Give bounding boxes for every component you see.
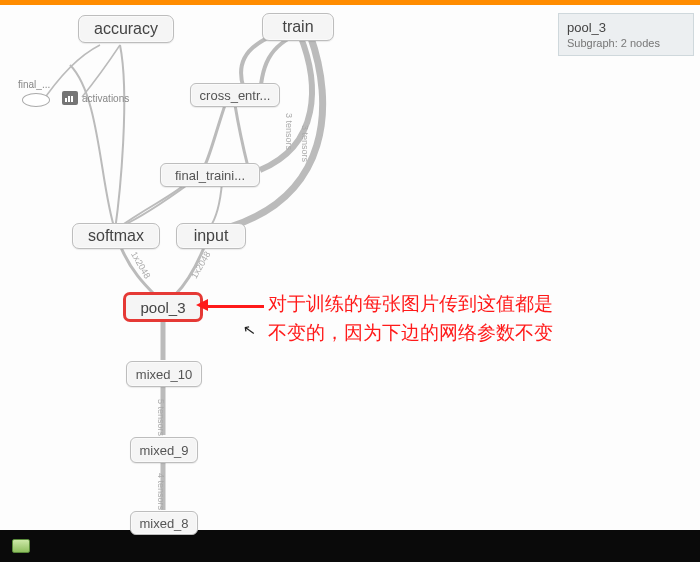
- node-pool-3[interactable]: pool_3: [124, 293, 202, 321]
- node-mixed-8[interactable]: mixed_8: [130, 511, 198, 535]
- graph-edges: [0, 5, 700, 530]
- node-label: mixed_9: [139, 443, 188, 458]
- edge-label: 4 tensors: [156, 473, 166, 510]
- node-label: train: [282, 18, 313, 36]
- activations-sink[interactable]: activations: [62, 91, 129, 105]
- annotation-line-2: 不变的，因为下边的网络参数不变: [268, 319, 688, 348]
- node-final-training[interactable]: final_traini...: [160, 163, 260, 187]
- graph-canvas[interactable]: final_... activations accuracy train cro…: [0, 5, 700, 530]
- node-mixed-10[interactable]: mixed_10: [126, 361, 202, 387]
- edge-label: 3 tensors: [284, 113, 294, 150]
- annotation-line-1: 对于训练的每张图片传到这值都是: [268, 290, 688, 319]
- node-label: accuracy: [94, 20, 158, 38]
- node-label: pool_3: [140, 299, 185, 316]
- annotation-arrow-line: [206, 305, 264, 308]
- final-output-label: final_...: [18, 79, 50, 90]
- node-label: mixed_8: [139, 516, 188, 531]
- annotation-text: 对于训练的每张图片传到这值都是 不变的，因为下边的网络参数不变: [268, 290, 688, 347]
- bar-chart-icon: [62, 91, 78, 105]
- node-label: final_traini...: [175, 168, 245, 183]
- node-cross-entropy[interactable]: cross_entr...: [190, 83, 280, 107]
- node-input[interactable]: input: [176, 223, 246, 249]
- node-label: mixed_10: [136, 367, 192, 382]
- node-train[interactable]: train: [262, 13, 334, 41]
- edge-label: 3 tensors: [300, 125, 310, 162]
- node-label: input: [194, 227, 229, 245]
- node-label: softmax: [88, 227, 144, 245]
- taskbar-app-icon[interactable]: [12, 539, 30, 553]
- node-softmax[interactable]: softmax: [72, 223, 160, 249]
- edge-label: 5 tensors: [156, 399, 166, 436]
- node-label: cross_entr...: [200, 88, 271, 103]
- activations-label: activations: [82, 93, 129, 104]
- annotation-arrow-head: [196, 299, 208, 311]
- node-mixed-9[interactable]: mixed_9: [130, 437, 198, 463]
- final-output-oval[interactable]: [22, 93, 50, 107]
- node-accuracy[interactable]: accuracy: [78, 15, 174, 43]
- taskbar[interactable]: [0, 530, 700, 562]
